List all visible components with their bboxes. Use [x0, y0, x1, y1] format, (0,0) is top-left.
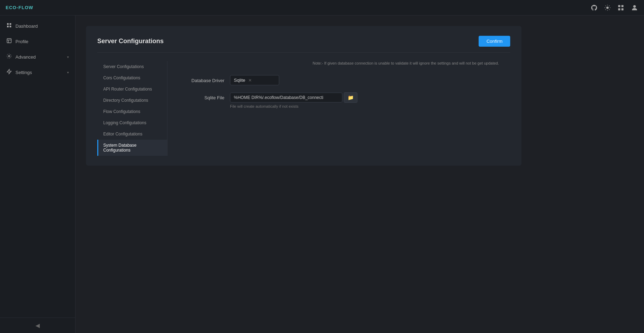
svg-rect-18: [7, 39, 11, 43]
config-nav-editor[interactable]: Editor Configutations: [97, 128, 167, 140]
svg-rect-17: [9, 26, 11, 27]
db-driver-control: Sqlite ✕: [230, 75, 399, 85]
sidebar-item-advanced[interactable]: Advanced ▾: [0, 49, 75, 65]
profile-icon: [6, 38, 12, 45]
db-driver-select[interactable]: Sqlite ✕: [230, 75, 279, 85]
db-driver-clear-icon[interactable]: ✕: [248, 78, 252, 83]
folder-icon: 📁: [348, 95, 354, 100]
sqlite-file-row: Sqlite File 📁 File will create automatic…: [179, 92, 499, 108]
config-card: Server Configurations Confirm Server Con…: [86, 26, 521, 166]
sidebar-label-advanced: Advanced: [15, 54, 64, 60]
sqlite-file-input[interactable]: [230, 93, 342, 102]
svg-line-5: [605, 6, 606, 6]
svg-line-6: [609, 9, 610, 9]
grid-icon[interactable]: [617, 4, 624, 11]
config-card-header: Server Configurations Confirm: [97, 36, 510, 53]
svg-point-13: [633, 5, 636, 7]
theme-icon[interactable]: [604, 4, 611, 11]
svg-rect-10: [622, 5, 624, 7]
confirm-button[interactable]: Confirm: [479, 36, 510, 47]
config-card-title: Server Configurations: [97, 38, 164, 45]
config-nav-cors[interactable]: Cors Configutations: [97, 72, 167, 84]
svg-point-0: [606, 6, 609, 9]
sidebar-item-profile[interactable]: Profile: [0, 34, 75, 49]
db-driver-value: Sqlite: [234, 78, 245, 83]
settings-icon: [6, 69, 12, 76]
db-driver-label: Database Driver: [179, 75, 224, 83]
config-nav-api-router[interactable]: API Router Configutations: [97, 84, 167, 95]
github-icon[interactable]: [591, 4, 598, 11]
config-nav-system-db[interactable]: System Database Configurations: [97, 140, 167, 156]
dashboard-icon: [6, 22, 12, 29]
sqlite-file-label: Sqlite File: [179, 92, 224, 100]
config-nav-logging[interactable]: Logging Configutations: [97, 117, 167, 128]
file-browse-button[interactable]: 📁: [344, 92, 357, 103]
config-body: Server Configutations Cors Configutation…: [97, 61, 510, 156]
sqlite-file-hint: File will create automatically if not ex…: [230, 104, 399, 108]
advanced-chevron-icon: ▾: [67, 55, 69, 59]
topbar-icons: [591, 4, 638, 12]
settings-chevron-icon: ▾: [67, 71, 69, 74]
svg-rect-11: [618, 8, 620, 10]
sidebar-item-settings[interactable]: Settings ▾: [0, 65, 75, 80]
topbar: ECO-FLOW: [0, 0, 644, 15]
config-nav-server[interactable]: Server Configutations: [97, 61, 167, 72]
sqlite-file-control: 📁 File will create automatically if not …: [230, 92, 399, 108]
svg-rect-14: [7, 23, 9, 25]
app-logo: ECO-FLOW: [6, 5, 33, 10]
collapse-icon: ◀: [35, 322, 40, 329]
svg-line-8: [609, 6, 610, 6]
config-nav-directory[interactable]: Directory Configutations: [97, 95, 167, 106]
config-note: Note:- If given database connection is u…: [179, 61, 499, 65]
sidebar-label-settings: Settings: [15, 70, 64, 75]
user-icon[interactable]: [631, 4, 638, 12]
svg-line-7: [605, 9, 606, 9]
svg-rect-12: [622, 8, 624, 10]
svg-point-21: [8, 55, 10, 57]
sidebar-item-dashboard[interactable]: Dashboard: [0, 18, 75, 34]
main-layout: Dashboard Profile: [0, 15, 644, 333]
svg-rect-9: [618, 5, 620, 7]
sidebar-label-dashboard: Dashboard: [15, 24, 69, 29]
sidebar-nav: Dashboard Profile: [0, 15, 75, 318]
sidebar: Dashboard Profile: [0, 15, 75, 333]
svg-rect-16: [7, 26, 9, 27]
sidebar-label-profile: Profile: [15, 39, 69, 44]
file-input-row: 📁: [230, 92, 399, 103]
config-form: Note:- If given database connection is u…: [167, 61, 510, 156]
db-driver-row: Database Driver Sqlite ✕: [179, 75, 499, 85]
sidebar-collapse-button[interactable]: ◀: [0, 318, 75, 333]
svg-rect-15: [9, 23, 11, 25]
advanced-icon: [6, 53, 12, 60]
config-nav-flow[interactable]: Flow Configutations: [97, 106, 167, 117]
svg-marker-26: [7, 69, 11, 74]
config-nav: Server Configutations Cors Configutation…: [97, 61, 167, 156]
main-content: Server Configurations Confirm Server Con…: [75, 15, 644, 333]
